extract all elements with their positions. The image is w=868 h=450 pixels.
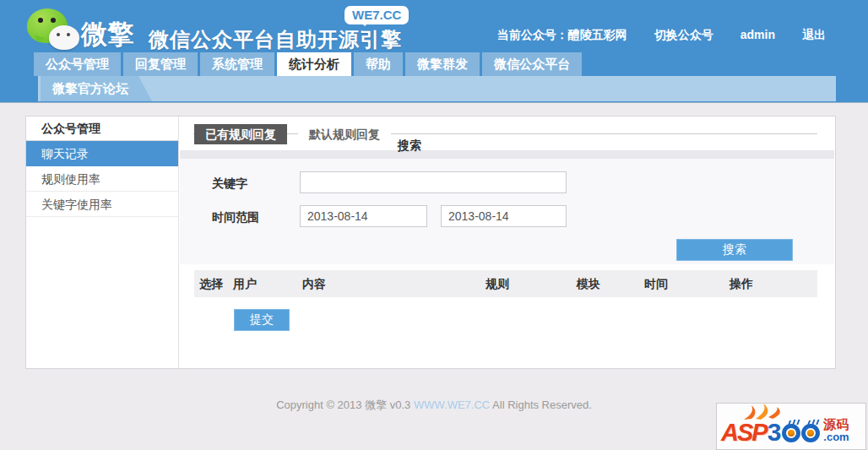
nav-tab-statistics[interactable]: 统计分析 [277, 52, 351, 76]
tab-existing-rule-reply[interactable]: 已有规则回复 [194, 124, 287, 144]
nav-tab-mass-send[interactable]: 微擎群发 [405, 52, 480, 76]
sidebar-item-rule-usage[interactable]: 规则使用率 [26, 166, 178, 192]
nav-tab-wechat-platform[interactable]: 微信公众平台 [482, 52, 582, 76]
brand-title: 微擎 [81, 17, 133, 52]
current-account-name: 醴陵五彩网 [568, 28, 627, 41]
sidebar-title: 公众号管理 [26, 117, 178, 141]
sidebar-item-keyword-usage[interactable]: 关键字使用率 [26, 192, 178, 217]
date-range-label: 时间范围 [212, 206, 259, 228]
table-header-row: 选择 用户 内容 规则 模块 时间 操作 [194, 270, 817, 297]
asp300-watermark-logo: ASP 3 源码 .com [716, 403, 866, 450]
copyright-suffix: All Rights Reserved. [490, 398, 592, 411]
wechat-white-bubble-icon [49, 25, 79, 50]
column-header-module: 模块 [577, 270, 600, 297]
three-text: 3 [768, 420, 782, 445]
zero-glyph-icon [782, 424, 800, 442]
column-header-content: 内容 [302, 270, 326, 297]
yuanma-text: 源码 [823, 418, 849, 431]
nav-tab-reply-mgmt[interactable]: 回复管理 [123, 52, 198, 76]
search-section-title: 搜索 [398, 138, 421, 154]
eye-dot-icon [67, 33, 70, 36]
date-from-input[interactable] [300, 205, 427, 227]
content-tabs: 已有规则回复 默认规则回复 [194, 124, 391, 144]
app-header: 微擎 微信公众平台自助开源引擎 WE7.CC 当前公众号：醴陵五彩网 切换公众号… [0, 0, 868, 103]
asp-text: ASP [721, 420, 767, 445]
sidebar-item-chat-log[interactable]: 聊天记录 [26, 141, 178, 166]
wechat-logo-icon [25, 7, 86, 52]
asp300-suffix: 源码 .com [823, 418, 849, 442]
nav-tab-account-mgmt[interactable]: 公众号管理 [34, 52, 121, 76]
zero-glyph-icon [801, 424, 820, 442]
we7-footer-link[interactable]: WWW.WE7.CC [414, 398, 490, 411]
content-area: 已有规则回复 默认规则回复 搜索 关键字 时间范围 搜索 选择 用户 内容 规则… [179, 117, 835, 368]
username-link[interactable]: admin [741, 28, 775, 43]
copyright-prefix: Copyright © 2013 微擎 v0.3 [276, 398, 414, 411]
com-text: .com [823, 431, 849, 442]
we7-badge[interactable]: WE7.CC [344, 6, 409, 24]
secondary-nav-bar: 微擎官方论坛 [38, 76, 836, 101]
sidebar: 公众号管理 聊天记录 规则使用率 关键字使用率 [26, 117, 179, 368]
main-panel: 公众号管理 聊天记录 规则使用率 关键字使用率 已有规则回复 默认规则回复 搜索… [25, 116, 836, 369]
keyword-label: 关键字 [212, 172, 247, 194]
user-nav: 当前公众号：醴陵五彩网 切换公众号 admin 退出 [497, 28, 826, 43]
column-header-time: 时间 [644, 270, 668, 297]
column-header-user: 用户 [233, 270, 257, 297]
eye-dot-icon [51, 18, 56, 23]
current-account-label: 当前公众号： [497, 28, 568, 41]
eye-dot-icon [38, 18, 43, 23]
eye-dot-icon [57, 33, 60, 36]
logout-link[interactable]: 退出 [802, 28, 826, 43]
current-account: 当前公众号：醴陵五彩网 [497, 28, 627, 43]
nav-tab-system-mgmt[interactable]: 系统管理 [200, 52, 274, 76]
submit-button[interactable]: 提交 [234, 309, 290, 331]
column-header-rule: 规则 [486, 270, 509, 297]
asp300-logo-text: ASP 3 源码 .com [721, 418, 849, 445]
primary-nav: 公众号管理 回复管理 系统管理 统计分析 帮助 微擎群发 微信公众平台 [34, 52, 582, 76]
column-header-action: 操作 [730, 270, 753, 297]
search-button[interactable]: 搜索 [676, 239, 793, 261]
switch-account-link[interactable]: 切换公众号 [654, 28, 713, 43]
tab-default-rule-reply[interactable]: 默认规则回复 [298, 124, 391, 144]
nav-tab-help[interactable]: 帮助 [354, 52, 403, 76]
section-header-strip [180, 150, 834, 159]
date-to-input[interactable] [441, 205, 567, 227]
column-header-select: 选择 [199, 270, 223, 297]
brand-subtitle: 微信公众平台自助开源引擎 [149, 26, 402, 53]
nav-tab-official-forum[interactable]: 微擎官方论坛 [41, 76, 152, 101]
keyword-input[interactable] [300, 171, 567, 193]
